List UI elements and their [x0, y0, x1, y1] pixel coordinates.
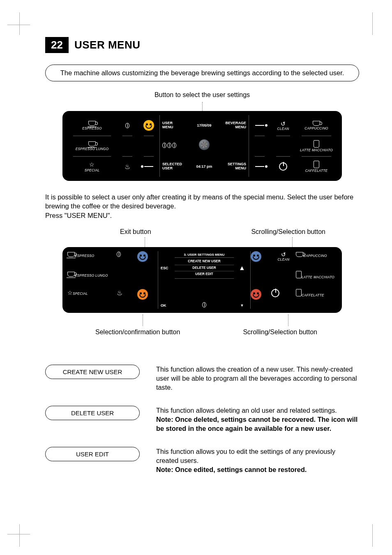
caption-exit: Exit button [120, 228, 151, 236]
esc-button[interactable]: ESC [158, 266, 175, 270]
nav-dot-icon [249, 156, 270, 177]
body-para-1: It is possible to select a user only aft… [45, 192, 359, 220]
bean-footer-icon [175, 302, 234, 309]
btn-espresso-lungo[interactable]: ESPRESSO LUNGO [67, 136, 117, 156]
screen2-wrap: Exit button Scrolling/Selection button E… [62, 228, 342, 336]
btn-espresso[interactable]: ESPRESSO [67, 251, 117, 271]
clean-button[interactable]: CLEAN [270, 115, 296, 136]
screen1-caption: Button to select the user settings [62, 91, 342, 99]
option-delete-pill: DELETE USER [45, 406, 140, 420]
screen1-wrap: Button to select the user settings ESPRE… [62, 91, 342, 181]
user-menu-button[interactable]: USER MENU [160, 121, 189, 130]
page-title: USER MENU [69, 37, 146, 53]
ok-face-icon[interactable] [137, 289, 158, 309]
beverage-menu-button[interactable]: BEVERAGE MENU [220, 121, 249, 130]
leader-line [202, 102, 203, 111]
btn-latte-macchiato[interactable]: LATTE MACCHIATO [296, 271, 337, 289]
ok-button[interactable]: OK [158, 303, 175, 308]
option-create-pill: CREATE NEW USER [45, 365, 140, 379]
menu-item-edit[interactable]: USER EDIT [175, 271, 234, 278]
btn-espresso[interactable]: ESPRESSO [67, 115, 117, 136]
option-delete-desc: This function allows deleting an old use… [156, 406, 359, 433]
intro-callout: The machine allows customizing the bever… [45, 65, 359, 81]
selected-user-button[interactable]: SELECTED USER [160, 162, 189, 171]
option-edit-row: USER EDIT This function allows you to ed… [45, 447, 359, 474]
machine-display-1: ESPRESSO USER MENU 17/05/09 BEVERAGE MEN… [62, 111, 342, 181]
nav-dot-icon [249, 115, 270, 136]
beans-icon [117, 251, 137, 271]
nav-dot-icon [138, 156, 159, 177]
hotwater-icon [117, 156, 138, 177]
btn-caffelatte[interactable]: CAFFELATTE [296, 156, 337, 177]
page-number: 22 [45, 37, 69, 53]
caption-scroll-bottom: Scrolling/Selection button [243, 328, 317, 336]
page-content: 22 USER MENU The machine allows customiz… [0, 0, 392, 513]
scroll-face-icon[interactable] [251, 289, 271, 309]
caption-scroll-top: Scrolling/Selection button [251, 228, 325, 236]
heading-row: 22 USER MENU [45, 37, 359, 53]
caption-confirm: Selection/confirmation button [95, 328, 180, 336]
beans-icon [117, 115, 138, 136]
machine-display-2: ESPRESSO 3. USER SETTINGS MENU ESC CREAT… [62, 247, 342, 313]
arrow-down-icon[interactable]: ▼ [234, 303, 250, 308]
menu-item-create[interactable]: CREATE NEW USER [175, 259, 234, 265]
arrow-up-icon[interactable]: ▲ [234, 264, 250, 272]
btn-caffelatte[interactable]: CAFFELATTE [296, 289, 337, 309]
option-create-desc: This function allows the creation of a n… [156, 365, 359, 392]
btn-latte-macchiato[interactable]: LATTE MACCHIATO [296, 136, 337, 156]
option-create-row: CREATE NEW USER This function allows the… [45, 365, 359, 392]
btn-special[interactable]: ☆SPECIAL [67, 289, 117, 309]
btn-special[interactable]: ☆SPECIAL [67, 156, 117, 177]
hotwater-icon [117, 289, 137, 309]
option-edit-pill: USER EDIT [45, 447, 140, 461]
option-delete-row: DELETE USER This function allows deletin… [45, 406, 359, 433]
menu-title: 3. USER SETTINGS MENU [158, 251, 250, 257]
date-text: 17/05/09 [189, 123, 220, 127]
center-display: USER MENU 17/05/09 BEVERAGE MENU SELECTE… [159, 115, 249, 177]
intro-text: The machine allows customizing the bever… [60, 69, 344, 76]
power-button[interactable] [270, 156, 296, 177]
btn-cappuccino[interactable]: CAPPUCCINO [296, 115, 337, 136]
time-text: 04:17 pm [189, 164, 220, 169]
option-edit-desc: This function allows you to edit the set… [156, 447, 359, 474]
btn-cappuccino[interactable]: CAPPUCCINO [296, 251, 337, 271]
grinder-disc-icon [189, 139, 220, 153]
menu-item-delete[interactable]: DELETE USER [175, 265, 234, 271]
clean-button[interactable]: CLEAN [271, 251, 296, 271]
power-button[interactable] [271, 289, 296, 309]
user-settings-menu: 3. USER SETTINGS MENU ESC CREATE NEW USE… [158, 251, 251, 309]
scroll-face-icon[interactable] [251, 251, 271, 271]
user-face-icon[interactable] [138, 115, 159, 136]
settings-menu-button[interactable]: SETTINGS MENU [220, 162, 249, 171]
esc-face-icon[interactable] [137, 251, 158, 271]
btn-espresso-lungo[interactable]: ESPRESSO LUNGO [67, 271, 117, 289]
strength-indicator [160, 143, 189, 149]
